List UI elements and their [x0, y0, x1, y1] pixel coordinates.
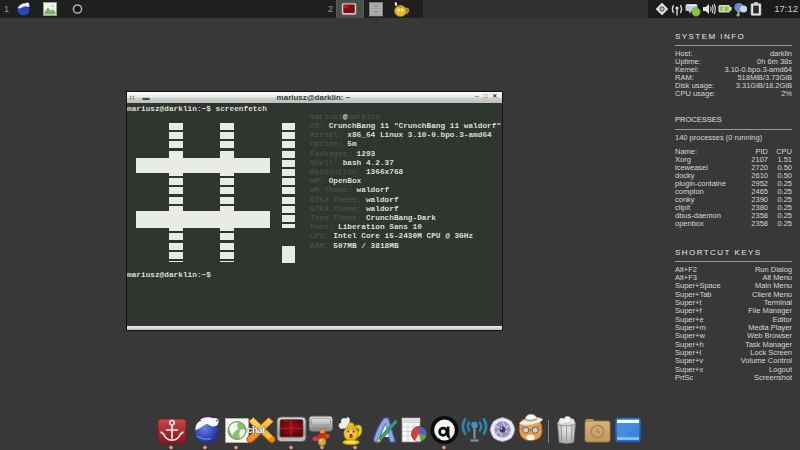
- svg-text:chat: chat: [247, 424, 266, 435]
